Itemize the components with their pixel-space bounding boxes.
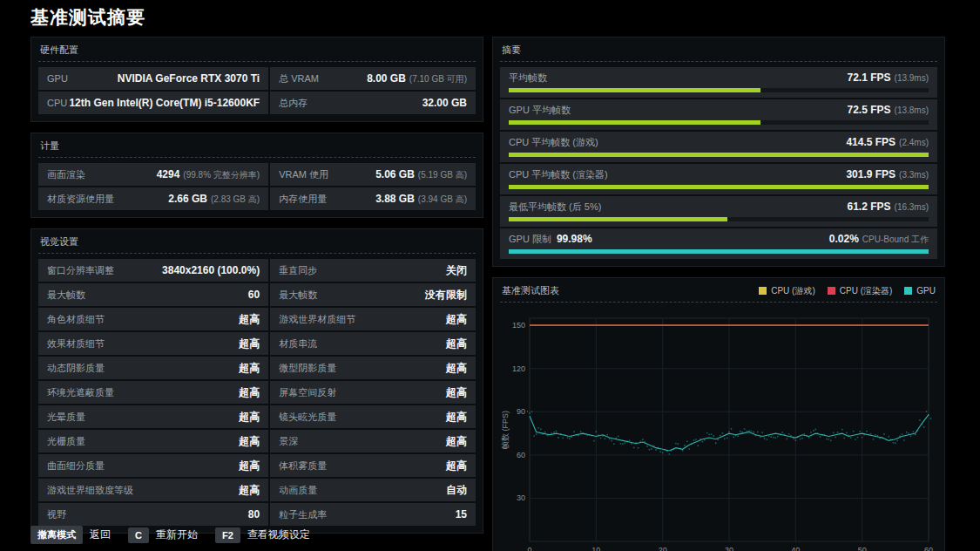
setting-label: 总 VRAM bbox=[279, 72, 319, 85]
footer-action[interactable]: F2 查看视频设定 bbox=[215, 527, 310, 543]
setting-label: 总内存 bbox=[279, 97, 308, 110]
metrics-panel-title: 计量 bbox=[40, 139, 59, 153]
x-tick-label: 30 bbox=[725, 546, 733, 551]
chart-panel: 基准测试图表 CPU (游戏) CPU (渲染器) bbox=[492, 277, 945, 551]
legend-swatch-icon bbox=[828, 287, 835, 295]
y-axis-title: 帧数 (FPS) bbox=[501, 411, 510, 449]
summary-label: 平均帧数 bbox=[509, 71, 547, 85]
summary-row: 最低平均帧数 (后 5%) 61.2 FPS (16.3ms) bbox=[500, 196, 937, 227]
metric-value: 2.66 GB bbox=[168, 193, 207, 205]
legend-item: GPU bbox=[904, 286, 936, 296]
right-column: 摘要 平均帧数 72.1 FPS (13.9ms) bbox=[492, 37, 945, 551]
summary-value-group: 0.02% CPU-Bound 工作 bbox=[829, 233, 929, 246]
summary-panel-header: 摘要 bbox=[500, 42, 937, 62]
summary-subvalue: (13.8ms) bbox=[895, 105, 929, 115]
setting-value: 超高 bbox=[239, 459, 260, 473]
setting-label: 游戏世界材质细节 bbox=[279, 313, 355, 326]
setting-value-group: 超高 bbox=[446, 385, 467, 400]
visual-settings-panel-header: 视觉设置 bbox=[38, 234, 476, 254]
setting-cell: 屏幕空间反射 超高 bbox=[270, 381, 476, 404]
setting-value: 没有限制 bbox=[425, 288, 467, 303]
setting-value-group: NVIDIA GeForce RTX 3070 Ti bbox=[118, 72, 260, 85]
y-tick-label: 120 bbox=[512, 364, 525, 373]
benchmark-chart: 3060901201500102030405060帧数 (FPS)时间 (秒) bbox=[500, 308, 937, 551]
setting-cell: 体积雾质量 超高 bbox=[270, 454, 476, 477]
setting-label: 动画质量 bbox=[279, 484, 317, 497]
metrics-panel-header: 计量 bbox=[38, 138, 476, 158]
table-row: 画面渲染 4294(99.8% 完整分辨率) VRAM 使用 5.06 GB(5… bbox=[38, 163, 476, 186]
summary-value-group: 414.5 FPS (2.4ms) bbox=[846, 136, 929, 148]
footer-action[interactable]: 撤离模式 返回 bbox=[30, 526, 111, 544]
table-row: 光晕质量 超高 镜头眩光质量 超高 bbox=[38, 405, 476, 428]
setting-value: 超高 bbox=[239, 410, 260, 425]
metric-subvalue: (3.94 GB 高) bbox=[418, 194, 467, 206]
setting-value-group: 超高 bbox=[239, 483, 260, 498]
summary-label-value: 99.98% bbox=[557, 233, 592, 245]
setting-label: 光栅质量 bbox=[47, 435, 85, 448]
x-tick-label: 20 bbox=[659, 546, 667, 551]
y-tick-label: 30 bbox=[517, 493, 525, 502]
footer-hints: 撤离模式 返回 C 重新开始 F2 查看视频设定 bbox=[30, 526, 310, 544]
summary-subvalue: (13.9ms) bbox=[895, 73, 929, 83]
setting-value-group: 8.00 GB(7.10 GB 可用) bbox=[367, 72, 467, 85]
action-label: 返回 bbox=[90, 527, 111, 542]
setting-value: 超高 bbox=[446, 337, 467, 351]
summary-value-group: 61.2 FPS (16.3ms) bbox=[848, 201, 929, 213]
setting-value: 超高 bbox=[446, 361, 467, 376]
setting-value-group: 超高 bbox=[239, 385, 260, 400]
setting-label: 动态阴影质量 bbox=[47, 362, 105, 375]
setting-value: 自动 bbox=[446, 483, 467, 498]
setting-label: 视野 bbox=[47, 508, 66, 521]
summary-value: 61.2 FPS bbox=[848, 201, 891, 213]
setting-subvalue: (7.10 GB 可用) bbox=[409, 73, 467, 85]
summary-row-line: 最低平均帧数 (后 5%) 61.2 FPS (16.3ms) bbox=[509, 201, 929, 214]
table-row: GPU NVIDIA GeForce RTX 3070 Ti 总 VRAM 8.… bbox=[38, 67, 476, 90]
setting-value: 超高 bbox=[239, 434, 260, 449]
summary-panel: 摘要 平均帧数 72.1 FPS (13.9ms) bbox=[492, 37, 945, 267]
chart-title: 基准测试图表 bbox=[502, 284, 559, 297]
metric-subvalue: (99.8% 完整分辨率) bbox=[183, 169, 260, 181]
metric-subvalue: (2.83 GB 高) bbox=[211, 194, 260, 206]
summary-label: GPU 限制 bbox=[509, 233, 551, 246]
table-row: 光栅质量 超高 景深 超高 bbox=[38, 430, 476, 452]
summary-row: CPU 平均帧数 (游戏) 414.5 FPS (2.4ms) bbox=[500, 132, 937, 162]
legend-item: CPU (游戏) bbox=[759, 285, 815, 297]
setting-label: 环境光遮蔽质量 bbox=[47, 386, 114, 399]
setting-label: 光晕质量 bbox=[47, 411, 85, 424]
metric-value: 5.06 GB bbox=[375, 168, 415, 180]
legend-swatch-icon bbox=[759, 287, 767, 295]
summary-bar-track bbox=[509, 120, 929, 125]
page-title: 基准测试摘要 bbox=[30, 5, 145, 30]
setting-label: GPU bbox=[47, 73, 68, 84]
footer-action[interactable]: C 重新开始 bbox=[128, 527, 198, 543]
x-tick-label: 10 bbox=[591, 546, 600, 551]
metric-subvalue: (5.19 GB 高) bbox=[418, 169, 467, 181]
metric-value: 3.88 GB bbox=[375, 193, 415, 205]
metric-cell: VRAM 使用 5.06 GB(5.19 GB 高) bbox=[270, 163, 476, 186]
metrics-rows: 画面渲染 4294(99.8% 完整分辨率) VRAM 使用 5.06 GB(5… bbox=[38, 163, 476, 210]
setting-value: 32.00 GB bbox=[422, 97, 467, 109]
table-row: 曲面细分质量 超高 体积雾质量 超高 bbox=[38, 454, 476, 477]
setting-label: 景深 bbox=[279, 435, 298, 448]
metric-cell: 材质资源使用量 2.66 GB(2.83 GB 高) bbox=[38, 187, 268, 210]
benchmark-summary-screen: 基准测试摘要 硬件配置 GPU NVIDIA GeForce RTX 3070 … bbox=[0, 0, 980, 551]
summary-row-line: 平均帧数 72.1 FPS (13.9ms) bbox=[509, 71, 929, 85]
summary-bar-fill bbox=[509, 217, 727, 221]
setting-value: 80 bbox=[248, 508, 260, 520]
setting-value: 8.00 GB bbox=[367, 72, 406, 85]
summary-subvalue: (16.3ms) bbox=[895, 202, 929, 212]
metric-value-group: 4294(99.8% 完整分辨率) bbox=[157, 168, 260, 181]
summary-value: 301.9 FPS bbox=[846, 168, 896, 180]
setting-value: NVIDIA GeForce RTX 3070 Ti bbox=[118, 72, 260, 85]
setting-cell: 粒子生成率 15 bbox=[270, 503, 476, 526]
summary-row-line: CPU 平均帧数 (游戏) 414.5 FPS (2.4ms) bbox=[509, 136, 929, 149]
summary-row-line: GPU 限制 99.98% 0.02% CPU-Bound 工作 bbox=[509, 233, 929, 246]
table-row: 动态阴影质量 超高 微型阴影质量 超高 bbox=[38, 357, 476, 379]
setting-label: CPU bbox=[47, 98, 67, 108]
action-label: 重新开始 bbox=[156, 527, 198, 542]
setting-cell: 曲面细分质量 超高 bbox=[38, 454, 268, 477]
summary-row: GPU 平均帧数 72.5 FPS (13.8ms) bbox=[500, 99, 937, 130]
setting-label: 角色材质细节 bbox=[47, 313, 105, 326]
table-row: CPU 12th Gen Intel(R) Core(TM) i5-12600K… bbox=[38, 92, 476, 114]
metric-cell: 画面渲染 4294(99.8% 完整分辨率) bbox=[38, 163, 268, 186]
